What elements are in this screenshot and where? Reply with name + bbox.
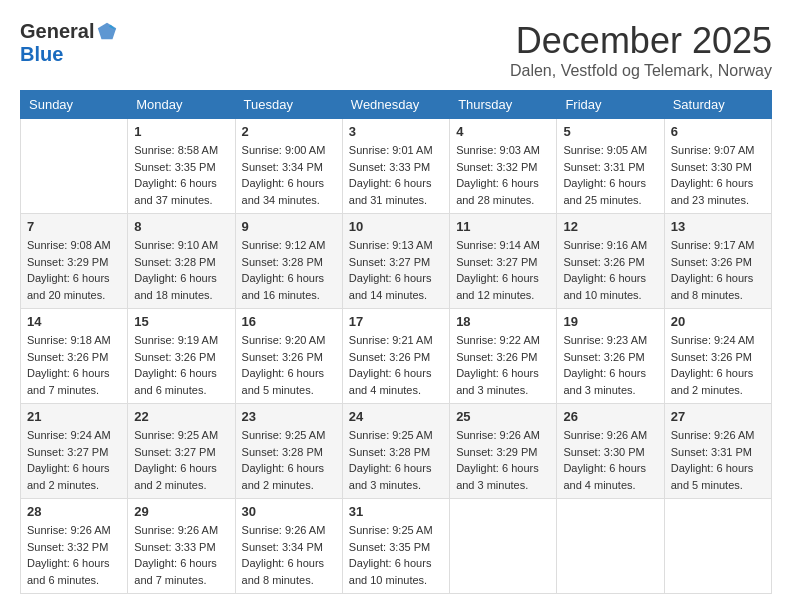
day-number: 2: [242, 124, 336, 139]
day-info: Sunrise: 9:26 AM Sunset: 3:30 PM Dayligh…: [563, 427, 657, 493]
logo: General Blue: [20, 20, 118, 66]
calendar-cell: 1Sunrise: 8:58 AM Sunset: 3:35 PM Daylig…: [128, 119, 235, 214]
calendar-cell: 10Sunrise: 9:13 AM Sunset: 3:27 PM Dayli…: [342, 214, 449, 309]
calendar-cell: 27Sunrise: 9:26 AM Sunset: 3:31 PM Dayli…: [664, 404, 771, 499]
day-number: 20: [671, 314, 765, 329]
page-header: General Blue December 2025 Dalen, Vestfo…: [20, 20, 772, 80]
day-number: 30: [242, 504, 336, 519]
calendar-header-thursday: Thursday: [450, 91, 557, 119]
calendar-header-friday: Friday: [557, 91, 664, 119]
calendar-week-5: 28Sunrise: 9:26 AM Sunset: 3:32 PM Dayli…: [21, 499, 772, 594]
calendar-header-wednesday: Wednesday: [342, 91, 449, 119]
calendar-cell: 5Sunrise: 9:05 AM Sunset: 3:31 PM Daylig…: [557, 119, 664, 214]
day-info: Sunrise: 8:58 AM Sunset: 3:35 PM Dayligh…: [134, 142, 228, 208]
day-info: Sunrise: 9:21 AM Sunset: 3:26 PM Dayligh…: [349, 332, 443, 398]
calendar-cell: 20Sunrise: 9:24 AM Sunset: 3:26 PM Dayli…: [664, 309, 771, 404]
day-number: 28: [27, 504, 121, 519]
day-number: 29: [134, 504, 228, 519]
calendar-cell: 18Sunrise: 9:22 AM Sunset: 3:26 PM Dayli…: [450, 309, 557, 404]
day-number: 19: [563, 314, 657, 329]
calendar-cell: 19Sunrise: 9:23 AM Sunset: 3:26 PM Dayli…: [557, 309, 664, 404]
calendar-cell: 23Sunrise: 9:25 AM Sunset: 3:28 PM Dayli…: [235, 404, 342, 499]
day-number: 18: [456, 314, 550, 329]
day-info: Sunrise: 9:26 AM Sunset: 3:29 PM Dayligh…: [456, 427, 550, 493]
day-info: Sunrise: 9:00 AM Sunset: 3:34 PM Dayligh…: [242, 142, 336, 208]
day-info: Sunrise: 9:07 AM Sunset: 3:30 PM Dayligh…: [671, 142, 765, 208]
calendar-table: SundayMondayTuesdayWednesdayThursdayFrid…: [20, 90, 772, 594]
calendar-week-1: 1Sunrise: 8:58 AM Sunset: 3:35 PM Daylig…: [21, 119, 772, 214]
day-info: Sunrise: 9:12 AM Sunset: 3:28 PM Dayligh…: [242, 237, 336, 303]
day-number: 6: [671, 124, 765, 139]
day-info: Sunrise: 9:14 AM Sunset: 3:27 PM Dayligh…: [456, 237, 550, 303]
calendar-cell: 11Sunrise: 9:14 AM Sunset: 3:27 PM Dayli…: [450, 214, 557, 309]
calendar-cell: 14Sunrise: 9:18 AM Sunset: 3:26 PM Dayli…: [21, 309, 128, 404]
day-info: Sunrise: 9:26 AM Sunset: 3:31 PM Dayligh…: [671, 427, 765, 493]
day-info: Sunrise: 9:17 AM Sunset: 3:26 PM Dayligh…: [671, 237, 765, 303]
day-info: Sunrise: 9:05 AM Sunset: 3:31 PM Dayligh…: [563, 142, 657, 208]
day-number: 1: [134, 124, 228, 139]
day-number: 12: [563, 219, 657, 234]
day-number: 27: [671, 409, 765, 424]
day-info: Sunrise: 9:08 AM Sunset: 3:29 PM Dayligh…: [27, 237, 121, 303]
day-number: 8: [134, 219, 228, 234]
day-number: 11: [456, 219, 550, 234]
calendar-header-tuesday: Tuesday: [235, 91, 342, 119]
calendar-cell: 21Sunrise: 9:24 AM Sunset: 3:27 PM Dayli…: [21, 404, 128, 499]
day-info: Sunrise: 9:23 AM Sunset: 3:26 PM Dayligh…: [563, 332, 657, 398]
calendar-cell: 15Sunrise: 9:19 AM Sunset: 3:26 PM Dayli…: [128, 309, 235, 404]
calendar-cell: [664, 499, 771, 594]
day-info: Sunrise: 9:01 AM Sunset: 3:33 PM Dayligh…: [349, 142, 443, 208]
calendar-cell: 30Sunrise: 9:26 AM Sunset: 3:34 PM Dayli…: [235, 499, 342, 594]
day-info: Sunrise: 9:26 AM Sunset: 3:32 PM Dayligh…: [27, 522, 121, 588]
calendar-cell: 13Sunrise: 9:17 AM Sunset: 3:26 PM Dayli…: [664, 214, 771, 309]
calendar-header-sunday: Sunday: [21, 91, 128, 119]
day-info: Sunrise: 9:18 AM Sunset: 3:26 PM Dayligh…: [27, 332, 121, 398]
day-info: Sunrise: 9:26 AM Sunset: 3:34 PM Dayligh…: [242, 522, 336, 588]
day-number: 13: [671, 219, 765, 234]
day-number: 9: [242, 219, 336, 234]
calendar-cell: 9Sunrise: 9:12 AM Sunset: 3:28 PM Daylig…: [235, 214, 342, 309]
day-info: Sunrise: 9:19 AM Sunset: 3:26 PM Dayligh…: [134, 332, 228, 398]
day-info: Sunrise: 9:26 AM Sunset: 3:33 PM Dayligh…: [134, 522, 228, 588]
day-info: Sunrise: 9:24 AM Sunset: 3:27 PM Dayligh…: [27, 427, 121, 493]
logo-icon: [96, 21, 118, 43]
day-info: Sunrise: 9:22 AM Sunset: 3:26 PM Dayligh…: [456, 332, 550, 398]
calendar-cell: 28Sunrise: 9:26 AM Sunset: 3:32 PM Dayli…: [21, 499, 128, 594]
day-number: 15: [134, 314, 228, 329]
day-number: 16: [242, 314, 336, 329]
header-row: SundayMondayTuesdayWednesdayThursdayFrid…: [21, 91, 772, 119]
day-info: Sunrise: 9:25 AM Sunset: 3:28 PM Dayligh…: [349, 427, 443, 493]
month-title: December 2025: [510, 20, 772, 62]
calendar-cell: 7Sunrise: 9:08 AM Sunset: 3:29 PM Daylig…: [21, 214, 128, 309]
day-number: 22: [134, 409, 228, 424]
logo-general-text: General: [20, 20, 94, 43]
calendar-cell: 26Sunrise: 9:26 AM Sunset: 3:30 PM Dayli…: [557, 404, 664, 499]
calendar-cell: 31Sunrise: 9:25 AM Sunset: 3:35 PM Dayli…: [342, 499, 449, 594]
calendar-cell: 29Sunrise: 9:26 AM Sunset: 3:33 PM Dayli…: [128, 499, 235, 594]
day-number: 10: [349, 219, 443, 234]
calendar-cell: [450, 499, 557, 594]
calendar-header-saturday: Saturday: [664, 91, 771, 119]
calendar-cell: 22Sunrise: 9:25 AM Sunset: 3:27 PM Dayli…: [128, 404, 235, 499]
day-number: 23: [242, 409, 336, 424]
calendar-cell: [557, 499, 664, 594]
day-number: 25: [456, 409, 550, 424]
day-number: 3: [349, 124, 443, 139]
day-info: Sunrise: 9:10 AM Sunset: 3:28 PM Dayligh…: [134, 237, 228, 303]
day-number: 24: [349, 409, 443, 424]
day-info: Sunrise: 9:16 AM Sunset: 3:26 PM Dayligh…: [563, 237, 657, 303]
day-info: Sunrise: 9:24 AM Sunset: 3:26 PM Dayligh…: [671, 332, 765, 398]
day-info: Sunrise: 9:20 AM Sunset: 3:26 PM Dayligh…: [242, 332, 336, 398]
day-info: Sunrise: 9:13 AM Sunset: 3:27 PM Dayligh…: [349, 237, 443, 303]
day-number: 5: [563, 124, 657, 139]
day-info: Sunrise: 9:25 AM Sunset: 3:27 PM Dayligh…: [134, 427, 228, 493]
day-number: 17: [349, 314, 443, 329]
day-number: 26: [563, 409, 657, 424]
calendar-cell: 16Sunrise: 9:20 AM Sunset: 3:26 PM Dayli…: [235, 309, 342, 404]
day-info: Sunrise: 9:25 AM Sunset: 3:35 PM Dayligh…: [349, 522, 443, 588]
day-number: 31: [349, 504, 443, 519]
calendar-cell: 25Sunrise: 9:26 AM Sunset: 3:29 PM Dayli…: [450, 404, 557, 499]
day-number: 4: [456, 124, 550, 139]
day-number: 21: [27, 409, 121, 424]
calendar-cell: 4Sunrise: 9:03 AM Sunset: 3:32 PM Daylig…: [450, 119, 557, 214]
